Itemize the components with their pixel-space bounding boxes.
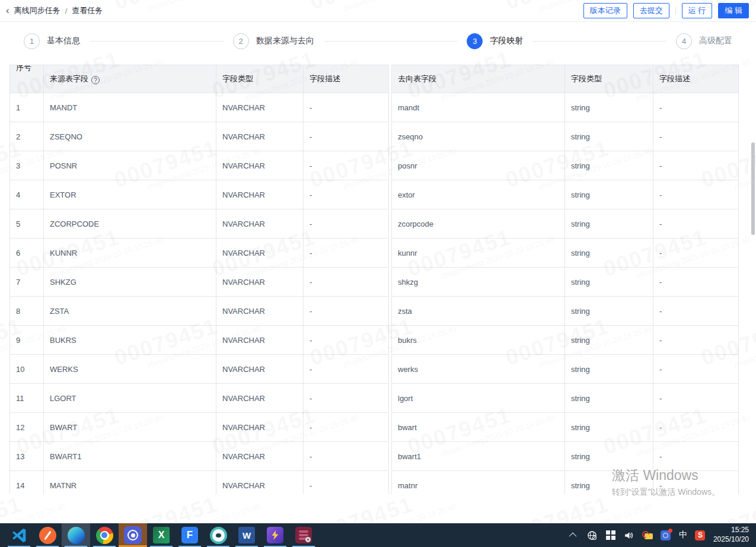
system-tray: 中 15:25 2025/10/20 [569, 523, 756, 547]
step-3[interactable]: 3字段映射 [467, 33, 523, 49]
breadcrumb-item-view-task: 查看任务 [72, 5, 103, 16]
cell-source-desc: - [304, 151, 389, 180]
cell-source-field: MANDT [44, 93, 216, 122]
help-icon[interactable] [91, 76, 100, 84]
cell-target-field: mandt [392, 93, 565, 122]
f-app-icon [181, 526, 199, 544]
table-row: 1MANDTNVARCHAR- [10, 93, 389, 122]
windows-logo-icon[interactable] [605, 530, 616, 540]
step-wizard: 1基本信息2数据来源与去向3字段映射4高级配置 [0, 22, 756, 60]
taskbar-clock[interactable]: 15:25 2025/10/20 [713, 526, 749, 544]
taskbar-app-edge[interactable] [62, 523, 90, 547]
taskbar-app-pen-app[interactable] [33, 523, 62, 547]
table-row: kunnrstring- [392, 238, 739, 268]
taskbar-app-f-app[interactable] [176, 523, 204, 547]
cell-target-field: lgort [392, 384, 565, 413]
cell-target-type: string [565, 209, 653, 238]
cell-source-desc: - [304, 122, 389, 151]
vertical-scrollbar[interactable] [751, 142, 755, 235]
table-row: bwartstring- [392, 413, 739, 442]
cell-source-field: KUNNR [44, 238, 216, 268]
cell-target-field: werks [392, 355, 565, 384]
network-globe-icon[interactable] [587, 530, 598, 540]
cell-no: 3 [10, 151, 44, 180]
taskbar-app-chrome[interactable] [90, 523, 119, 547]
sogou-input-icon[interactable] [695, 530, 706, 540]
hidden-icons-chevron-icon[interactable] [569, 530, 579, 540]
edit-button[interactable]: 编 辑 [718, 3, 749, 18]
field-mapping-tables: 序号 来源表字段 字段类型 字段描述 1MANDTNVARCHAR-2ZSEQN… [9, 65, 747, 494]
table-row: 6KUNNRNVARCHAR- [10, 238, 389, 268]
foxmail-tray-icon[interactable] [642, 530, 653, 540]
run-button[interactable]: 运 行 [682, 3, 713, 18]
clock-date: 2025/10/20 [713, 535, 749, 545]
windows-taskbar: 中 15:25 2025/10/20 [0, 523, 756, 547]
cell-source-type: NVARCHAR [216, 209, 304, 238]
cell-target-desc: - [653, 413, 739, 442]
cell-target-desc: - [653, 209, 739, 238]
taskbar-app-dog-app[interactable] [204, 523, 232, 547]
cell-source-field: BWART [44, 413, 216, 442]
step-4[interactable]: 4高级配置 [676, 33, 732, 49]
cell-source-field: SHKZG [44, 268, 216, 297]
go-submit-button[interactable]: 去提交 [633, 3, 669, 18]
cell-no: 5 [10, 209, 44, 238]
back-icon[interactable]: ‹ [6, 5, 9, 15]
cell-source-field: EXTOR [44, 180, 216, 209]
step-label: 数据来源与去向 [256, 36, 314, 46]
cell-no: 7 [10, 268, 44, 297]
cell-source-type: NVARCHAR [216, 442, 304, 471]
cell-target-type: string [565, 238, 653, 268]
step-number: 2 [233, 33, 249, 49]
ime-indicator[interactable]: 中 [679, 530, 687, 540]
cell-no: 6 [10, 238, 44, 268]
step-label: 高级配置 [699, 36, 732, 46]
cell-target-desc: - [653, 122, 739, 151]
cell-source-field: MATNR [44, 471, 216, 495]
table-row: 3POSNRNVARCHAR- [10, 151, 389, 180]
step-1[interactable]: 1基本信息 [24, 33, 80, 49]
table-row: lgortstring- [392, 384, 739, 413]
table-row: 9BUKRSNVARCHAR- [10, 326, 389, 355]
table-row: 8ZSTANVARCHAR- [10, 297, 389, 326]
taskbar-app-comm-app[interactable] [119, 523, 147, 547]
target-table: 去向表字段 字段类型 字段描述 mandtstring-zseqnostring… [391, 65, 739, 494]
step-label: 字段映射 [490, 36, 523, 46]
cell-source-field: ZSEQNO [44, 122, 216, 151]
cell-source-type: NVARCHAR [216, 238, 304, 268]
table-row: extorstring- [392, 180, 739, 209]
cell-target-type: string [565, 442, 653, 471]
cell-no: 11 [10, 384, 44, 413]
excel-icon [152, 526, 170, 544]
taskbar-app-word[interactable] [232, 523, 261, 547]
taskbar-app-excel[interactable] [147, 523, 176, 547]
table-row: shkzgstring- [392, 268, 739, 297]
cell-target-field: shkzg [392, 268, 565, 297]
cell-source-desc: - [304, 326, 389, 355]
cell-source-type: NVARCHAR [216, 180, 304, 209]
version-history-button[interactable]: 版本记录 [583, 3, 627, 18]
cell-target-type: string [565, 384, 653, 413]
taskbar-app-purple-app[interactable] [261, 523, 289, 547]
col-header-source-desc: 字段描述 [304, 65, 389, 93]
taskbar-app-database-app[interactable] [289, 523, 318, 547]
cell-source-desc: - [304, 93, 389, 122]
cell-no: 2 [10, 122, 44, 151]
cell-target-desc: - [653, 151, 739, 180]
taskbar-app-vscode[interactable] [5, 523, 33, 547]
cell-target-field: kunnr [392, 238, 565, 268]
source-header-row: 序号 来源表字段 字段类型 字段描述 [10, 65, 389, 93]
cell-source-desc: - [304, 268, 389, 297]
breadcrumb-item-tasks[interactable]: 离线同步任务 [14, 5, 60, 16]
col-header-target-field: 去向表字段 [392, 65, 565, 93]
step-2[interactable]: 2数据来源与去向 [233, 33, 314, 49]
table-row: zcorpcodestring- [392, 209, 739, 238]
purple-app-icon [266, 526, 284, 544]
table-row: 12BWARTNVARCHAR- [10, 413, 389, 442]
cell-target-field: posnr [392, 151, 565, 180]
screen: ‹ 离线同步任务 / 查看任务 版本记录 去提交 运 行 编 辑 1基本信息2数… [0, 0, 756, 547]
cell-target-type: string [565, 180, 653, 209]
speaker-icon[interactable] [624, 530, 634, 540]
notification-app-icon[interactable] [661, 530, 671, 540]
cell-target-desc: - [653, 297, 739, 326]
